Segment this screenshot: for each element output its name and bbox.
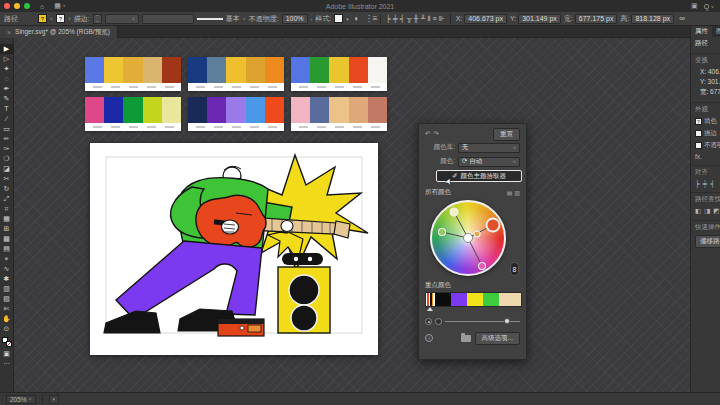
paintbrush-tool[interactable]: ✑ <box>0 144 14 154</box>
palette-swatch[interactable] <box>310 57 329 83</box>
shaper-tool[interactable]: ❍ <box>0 154 14 164</box>
link-harmony-colors-toggle[interactable]: 8 <box>510 262 519 276</box>
wheel-handle[interactable] <box>479 263 486 270</box>
fill-stroke-indicator[interactable] <box>0 336 14 349</box>
selection-tool[interactable]: ▶ <box>0 44 14 54</box>
align-icon[interactable]: ╫ <box>414 15 419 23</box>
wheel-center-handle[interactable] <box>464 234 473 243</box>
document-tab[interactable]: × Singer.svg* @ 205% (RGB/预览) <box>0 26 118 38</box>
prominent-color-segment[interactable] <box>451 293 467 306</box>
more-tools-icon[interactable]: ⋯ <box>0 359 14 369</box>
align-icon[interactable]: ╨ <box>421 15 426 23</box>
color-theme-picker-button[interactable]: ✐ 颜色主题拾取器 ➤ <box>436 170 522 182</box>
rectangle-tool[interactable]: ▭ <box>0 124 14 134</box>
direct-selection-tool[interactable]: ▷ <box>0 54 14 64</box>
appearance-fill-swatch[interactable]: ? <box>695 118 702 125</box>
guitar-headstock[interactable] <box>334 221 350 238</box>
align-icon[interactable]: ╪ <box>393 15 398 23</box>
stroke-color-swatch[interactable]: ? <box>56 14 65 23</box>
symbol-sprayer-tool[interactable]: ✱ <box>0 274 14 284</box>
gradient-tool[interactable]: ▤ <box>0 244 14 254</box>
palette-swatch[interactable] <box>188 97 207 123</box>
pencil-tool[interactable]: ✏ <box>0 134 14 144</box>
zoom-level-select[interactable]: 205%˅ <box>6 395 36 404</box>
palette-swatch[interactable] <box>207 57 226 83</box>
transform-field-value[interactable]: 818.128 px <box>631 14 674 24</box>
align-icon[interactable]: ⊪ <box>439 15 445 23</box>
prominent-color-segment[interactable] <box>467 293 483 306</box>
palette-swatch[interactable] <box>349 57 368 83</box>
pants[interactable] <box>116 241 262 319</box>
opacity-expand-icon[interactable]: › <box>311 16 313 22</box>
quick-action-button[interactable]: 偏移路径 <box>695 235 720 248</box>
left-shoe[interactable] <box>104 311 160 333</box>
search-icon[interactable]: Q ˅ <box>704 3 714 10</box>
scissors-tool[interactable]: ✂ <box>0 174 14 184</box>
constrain-proportions-icon[interactable]: ∞ <box>677 14 687 23</box>
align-icon[interactable]: ╡ <box>710 180 715 187</box>
color-wheel[interactable] <box>430 200 506 276</box>
align-icon[interactable]: ╥ <box>407 15 412 23</box>
drawing-mode-icon[interactable]: ▣ <box>0 349 14 359</box>
align-icon[interactable]: ╪ <box>703 180 708 187</box>
opacity-value-field[interactable]: 100% <box>282 14 308 24</box>
prominence-slider-thumb[interactable] <box>504 318 510 324</box>
pathfinder-icon[interactable]: ◨ <box>704 207 710 215</box>
transform-field-value[interactable]: 406.673 px <box>464 14 507 24</box>
pen-tool[interactable]: ✒ <box>0 84 14 94</box>
appearance-opacity-icon[interactable] <box>695 142 702 149</box>
artboard-navigation-select[interactable]: ▾ <box>49 395 60 404</box>
palette-card[interactable] <box>291 97 387 131</box>
palette-card[interactable] <box>85 57 181 91</box>
eraser-tool[interactable]: ◪ <box>0 164 14 174</box>
scale-tool[interactable]: ⤢ <box>0 194 14 204</box>
variable-width-profile-field[interactable] <box>142 14 194 24</box>
palette-swatch[interactable] <box>329 57 348 83</box>
undo-icon[interactable]: ↶ <box>425 130 430 138</box>
shape-builder-tool[interactable]: ▦ <box>0 214 14 224</box>
randomly-change-color-order-button[interactable] <box>425 318 432 325</box>
prominent-color-segment[interactable] <box>426 293 435 306</box>
prominent-color-segment[interactable] <box>499 293 521 306</box>
palette-swatch[interactable] <box>162 97 181 123</box>
blend-tool[interactable]: ∿ <box>0 264 14 274</box>
palette-card[interactable] <box>188 97 284 131</box>
close-window-button[interactable] <box>4 3 10 9</box>
zoom-tool[interactable]: ⊙ <box>0 324 14 334</box>
prominent-marker[interactable] <box>427 307 433 311</box>
palette-card[interactable] <box>85 97 181 131</box>
palette-swatch[interactable] <box>291 97 310 123</box>
perspective-grid-tool[interactable]: ⊞ <box>0 224 14 234</box>
prominent-color-segment[interactable] <box>483 293 499 306</box>
palette-swatch[interactable] <box>85 97 104 123</box>
maximize-window-button[interactable] <box>24 3 30 9</box>
palette-swatch[interactable] <box>368 57 387 83</box>
canvas-pasteboard[interactable]: ↶ ↷ 重置 颜色库: 无˅ 颜色: ⟳ 自动˅ ✐ 颜色主题拾取器 ➤ 所有颜… <box>14 38 690 392</box>
palette-swatch[interactable] <box>123 97 142 123</box>
mesh-tool[interactable]: ▩ <box>0 234 14 244</box>
transform-width-value[interactable]: 宽: 677.17 <box>691 86 720 98</box>
palette-card[interactable] <box>188 57 284 91</box>
hand-tool[interactable]: ✋ <box>0 314 14 324</box>
palette-swatch[interactable] <box>207 97 226 123</box>
menu-grid-icon[interactable]: ▦ ˅ <box>54 2 66 10</box>
wheel-view-icon[interactable]: ▤ <box>507 189 513 196</box>
effects-fx-button[interactable]: fx. <box>691 151 720 161</box>
home-icon[interactable]: ⌂ <box>40 3 44 10</box>
palette-swatch[interactable] <box>104 97 123 123</box>
wheel-handle-selected[interactable] <box>487 219 500 232</box>
palette-swatch[interactable] <box>143 97 162 123</box>
arrange-documents-icon[interactable]: ▣ <box>691 2 698 10</box>
palette-swatch[interactable] <box>329 97 348 123</box>
artboard-tool[interactable]: ▧ <box>0 294 14 304</box>
align-icon[interactable]: ≡ <box>432 15 436 23</box>
palette-swatch[interactable] <box>226 97 245 123</box>
transform-field-value[interactable]: 301.149 px <box>518 14 561 24</box>
wheel-handle[interactable] <box>474 231 480 237</box>
width-tool[interactable]: ⌗ <box>0 204 14 214</box>
palette-swatch[interactable] <box>246 97 265 123</box>
palette-swatch[interactable] <box>123 57 142 83</box>
artboard[interactable] <box>90 143 378 355</box>
brush-chevron-icon[interactable]: ˅ <box>243 16 246 22</box>
wheel-handle[interactable] <box>439 229 446 236</box>
